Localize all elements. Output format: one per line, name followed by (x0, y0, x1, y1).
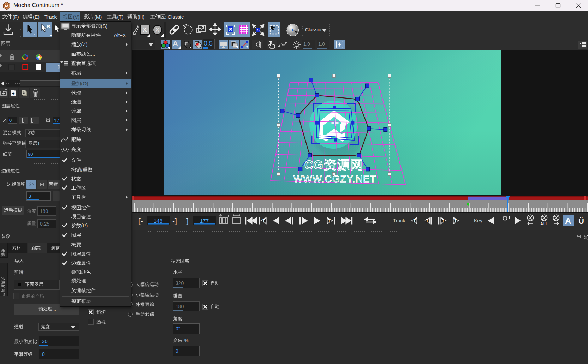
svg-text:148: 148 (154, 218, 162, 224)
svg-text:ALL: ALL (540, 222, 548, 226)
svg-text:[-: [- (138, 217, 143, 225)
svg-text:A: A (565, 216, 571, 226)
svg-text:Track: Track (393, 218, 405, 223)
svg-text:-]: -] (172, 217, 177, 225)
svg-text:T: T (426, 219, 428, 223)
svg-text:S: S (229, 26, 232, 32)
svg-text:T: T (442, 219, 444, 223)
svg-text:T: T (328, 219, 331, 223)
svg-text:]: ] (186, 217, 189, 225)
svg-text:T: T (454, 219, 457, 223)
svg-text:Key: Key (474, 218, 482, 223)
svg-text:T: T (413, 219, 416, 223)
svg-text:Ü: Ü (578, 217, 584, 226)
svg-text:T: T (262, 219, 265, 223)
svg-text:B: B (47, 24, 50, 29)
svg-text:S: S (257, 28, 260, 32)
svg-text:177: 177 (200, 218, 209, 224)
svg-text:+: + (12, 91, 15, 96)
